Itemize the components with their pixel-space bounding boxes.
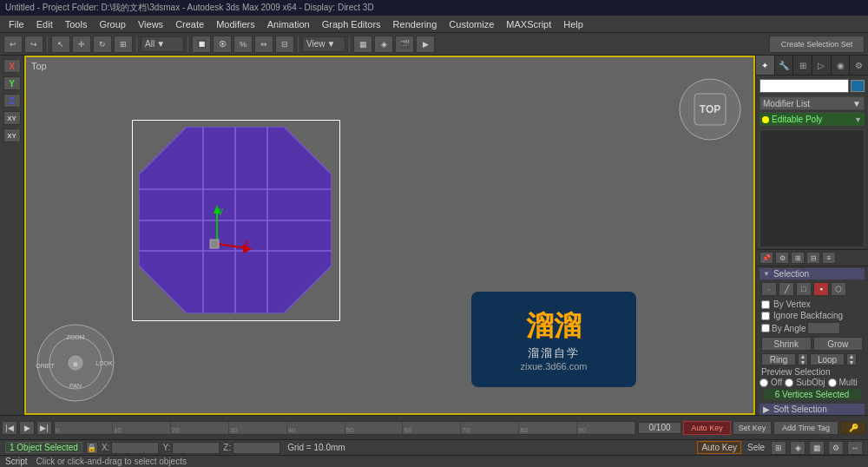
grow-button[interactable]: Grow [813,337,864,351]
menu-group[interactable]: Group [94,17,131,31]
status-icon3[interactable]: ▦ [809,441,825,455]
create-sel-set-btn[interactable]: Create Selection Set [769,36,865,53]
menu-file[interactable]: File [3,17,30,31]
status-icon1[interactable]: ⊞ [771,441,786,455]
layer-btn[interactable]: ▦ [353,36,372,53]
snap-pct[interactable]: % [233,36,253,53]
menu-modifiers[interactable]: Modifiers [211,17,260,31]
svg-text:ORBIT: ORBIT [36,363,55,369]
axis-xy-btn[interactable]: XY [3,111,21,125]
object-name-input[interactable]: Box01 [760,79,849,93]
axis-y-btn[interactable]: Y [3,76,21,90]
view-dropdown[interactable]: View ▼ [302,36,345,52]
material-btn[interactable]: ◈ [374,36,393,53]
snap-toggle[interactable]: 🔲 [192,36,211,53]
snap-angle[interactable]: ⦿ [213,36,232,53]
cmd-modify-tab[interactable]: 🔧 [775,56,794,75]
autokey-status[interactable]: Auto Key [697,441,741,454]
modifier-list-dropdown[interactable]: Modifier List ▼ [760,96,865,110]
cmd-display-tab[interactable]: ◉ [832,56,851,75]
menu-edit[interactable]: Edit [31,17,58,31]
cmd-hierarchy-tab[interactable]: ⊞ [793,56,812,75]
coord-y: Y: 33.711mm [162,442,220,454]
ring-spinner[interactable]: ▲ ▼ [798,353,808,365]
cmd-utilities-tab[interactable]: ⚙ [850,56,868,75]
modifier-item[interactable]: Editable Poly ▼ [760,112,865,126]
z-input[interactable]: 25.0mm [233,442,280,454]
key-filter-btn[interactable]: 🔑 [840,421,866,435]
setkey-btn[interactable]: Set Key [733,421,772,435]
shrink-button[interactable]: Shrink [761,337,812,351]
axis-z-btn[interactable]: Z [3,94,21,108]
align-button[interactable]: ⊟ [275,36,294,53]
menu-tools[interactable]: Tools [60,17,93,31]
tick-70: 70 [461,422,519,434]
status-icon4[interactable]: ⚙ [828,441,844,455]
render-btn[interactable]: ▶ [416,36,435,53]
separator4 [298,36,299,52]
ignore-backface-checkbox[interactable] [761,312,770,320]
lock-button[interactable]: 🔒 [86,442,98,454]
cmd-motion-tab[interactable]: ▷ [812,56,832,75]
3d-object: y x [139,127,332,315]
preview-subobj-radio[interactable] [785,378,793,387]
vertex-btn[interactable]: · [761,282,777,296]
menu-rendering[interactable]: Rendering [388,17,443,31]
preview-multi-radio[interactable] [828,378,837,387]
by-vertex-checkbox[interactable] [761,300,770,309]
border-btn[interactable]: □ [796,282,812,296]
timeline-track[interactable]: 0 10 20 30 40 50 60 70 80 90 [54,421,636,435]
options-icon[interactable]: ≡ [822,252,836,264]
frame-counter[interactable]: 0 / 100 [638,422,681,434]
soft-selection-header[interactable]: ▶ Soft Selection [760,404,865,415]
redo-button[interactable]: ↪ [24,36,43,53]
status-icon5[interactable]: ↔ [847,441,863,455]
cmd-create-tab[interactable]: ✦ [756,56,775,75]
menu-maxscript[interactable]: MAXScript [501,17,556,31]
viewcube[interactable]: TOP [675,75,745,144]
preview-off-radio[interactable] [760,378,768,387]
autokey-btn[interactable]: Auto Key [683,421,731,435]
separator2 [136,36,137,52]
tick-container: 0 10 20 30 40 50 60 70 80 90 [55,422,635,434]
render-setup-btn[interactable]: 🎬 [395,36,414,53]
element-btn[interactable]: ⬡ [831,282,846,296]
axis-xy2-btn[interactable]: XY [3,128,21,142]
selection-header[interactable]: ▼ Selection [760,268,865,280]
menu-views[interactable]: Views [133,17,168,31]
status-icon2[interactable]: ◈ [790,441,806,455]
edge-btn[interactable]: ╱ [779,282,794,296]
add-time-tag-btn[interactable]: Add Time Tag [773,421,838,435]
loop-spinner[interactable]: ▲ ▼ [846,353,857,365]
undo-button[interactable]: ↩ [3,36,23,53]
filter-dropdown[interactable]: All ▼ [141,36,184,52]
menu-animation[interactable]: Animation [262,17,315,31]
axis-x-btn[interactable]: X [3,59,21,73]
move-button[interactable]: ✛ [72,36,91,53]
nav-wheel[interactable]: ZOOM PAN ORBIT LOOK ⊕ [35,322,117,405]
color-swatch[interactable] [851,80,865,92]
prev-frame-btn[interactable]: |◀ [2,421,17,435]
rotate-button[interactable]: ↻ [93,36,112,53]
scale-button[interactable]: ⊞ [114,36,133,53]
play-btn[interactable]: ▶ [19,421,35,435]
configure-icon[interactable]: ⚙ [775,252,789,264]
loop-button[interactable]: Loop [810,353,845,365]
poly-btn[interactable]: ▪ [813,282,829,296]
x-input[interactable]: 0.081mm [111,442,159,454]
menu-graph-editors[interactable]: Graph Editors [317,17,386,31]
expand-icon[interactable]: ⊞ [791,252,805,264]
pin-icon[interactable]: 📌 [760,252,773,264]
viewport[interactable]: Top TOP ZOOM PAN ORBIT LOOK [24,56,755,415]
ring-button[interactable]: Ring [761,353,796,365]
by-angle-input[interactable]: 45.0 [807,322,840,334]
menu-create[interactable]: Create [170,17,209,31]
next-frame-btn[interactable]: ▶| [36,421,52,435]
by-angle-checkbox[interactable] [761,324,770,332]
menu-customize[interactable]: Customize [444,17,499,31]
collapse-icon[interactable]: ⊟ [806,252,820,264]
mirror-button[interactable]: ⇔ [254,36,273,53]
y-input[interactable]: 33.711mm [172,442,220,454]
select-button[interactable]: ↖ [51,36,70,53]
menu-help[interactable]: Help [558,17,589,31]
